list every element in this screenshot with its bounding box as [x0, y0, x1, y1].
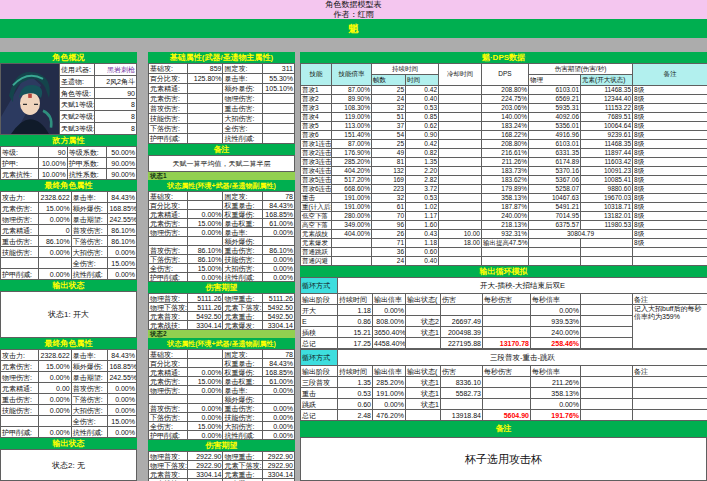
cell[interactable]: 元素重击: — [223, 470, 262, 479]
cell[interactable]: 211.26% — [531, 377, 581, 388]
cell[interactable]: 普攻3连击 — [301, 158, 332, 167]
cell[interactable]: 10091.23 — [581, 167, 633, 176]
cell[interactable] — [482, 257, 529, 266]
cell[interactable] — [439, 95, 482, 104]
cell[interactable]: 90 — [95, 87, 137, 99]
cell[interactable] — [441, 305, 483, 316]
cell[interactable]: 元素伤害: — [1, 203, 39, 214]
cell[interactable]: 抗性削减: — [223, 273, 262, 282]
cell[interactable] — [483, 399, 531, 410]
cell[interactable]: 元素重击: — [223, 312, 262, 321]
cell[interactable]: 26 — [372, 230, 406, 239]
cell[interactable]: 总记 — [301, 410, 338, 421]
cell[interactable]: 3304.14 — [262, 321, 294, 330]
cell[interactable]: 0.53 — [406, 194, 439, 203]
cell[interactable]: 普攻伤害: — [149, 104, 188, 114]
cell[interactable]: 元素下落攻: — [223, 303, 262, 312]
cell[interactable]: 8336.10 — [441, 377, 483, 388]
cell[interactable] — [439, 221, 482, 230]
cell[interactable]: 输出提高47.5% — [482, 239, 529, 248]
cell[interactable]: 191.76% — [531, 410, 581, 421]
cell[interactable]: 13170.78 — [483, 338, 531, 349]
cell[interactable]: 36 — [372, 248, 406, 257]
cell[interactable]: 78 — [262, 192, 294, 201]
cell[interactable]: 187.87% — [482, 203, 529, 212]
cell[interactable]: 15.00% — [108, 258, 137, 269]
cell[interactable]: 高空下落 — [301, 221, 332, 230]
cell[interactable]: 13182.01 — [581, 212, 633, 221]
cell[interactable]: 元素精通: — [149, 210, 188, 219]
cell[interactable]: 下落伤害: — [149, 255, 188, 264]
column-header-state[interactable]: 输出状态( — [406, 294, 441, 305]
cell[interactable]: 暴击期望: — [71, 214, 108, 225]
cell[interactable]: 10467.63 — [529, 194, 581, 203]
cell[interactable]: 0.60 — [406, 248, 439, 257]
cell[interactable]: 0.00% — [39, 394, 72, 405]
cell[interactable]: 1.02 — [406, 203, 439, 212]
cell[interactable]: 6174.89 — [529, 158, 581, 167]
cell[interactable]: 0.82 — [406, 149, 439, 158]
cell[interactable]: 普攻伤害: — [149, 246, 188, 255]
cell[interactable]: 0.40 — [406, 257, 439, 266]
cell[interactable]: 2.48 — [338, 410, 373, 421]
cell[interactable]: 0.00% — [108, 269, 137, 280]
cell[interactable]: 普攻6连击 — [301, 185, 332, 194]
cell[interactable]: 1.35 — [406, 158, 439, 167]
cell[interactable]: 179.89% — [482, 185, 529, 194]
cell[interactable]: 242.55% — [108, 214, 137, 225]
cell[interactable]: 下落伤害: — [149, 413, 188, 422]
cell[interactable]: 183.62% — [482, 176, 529, 185]
cell[interactable]: 权重暴击: — [223, 359, 262, 368]
cell[interactable]: 96 — [372, 221, 406, 230]
cell[interactable]: 8级 — [633, 140, 707, 149]
cell[interactable] — [188, 84, 223, 94]
cell[interactable]: 开大 — [301, 305, 338, 316]
cell[interactable] — [188, 192, 223, 201]
cell[interactable]: 5111.26 — [188, 294, 223, 303]
cell[interactable] — [633, 248, 707, 257]
cell[interactable] — [581, 248, 633, 257]
cell[interactable]: 百分比攻: — [149, 359, 188, 368]
cell[interactable]: 140.00% — [482, 113, 529, 122]
cell[interactable]: 168.85% — [262, 210, 294, 219]
cell[interactable]: 8级 — [633, 95, 707, 104]
cell[interactable]: 12344.40 — [581, 95, 633, 104]
cell[interactable]: 25 — [372, 140, 406, 149]
cell[interactable]: 0.00% — [262, 273, 294, 282]
cell[interactable]: 208.80% — [482, 140, 529, 149]
cell[interactable] — [483, 305, 531, 316]
cell[interactable]: 224.75% — [482, 95, 529, 104]
cell[interactable]: 859 — [188, 64, 223, 74]
cell[interactable]: 240.00% — [482, 212, 529, 221]
cell[interactable] — [483, 377, 531, 388]
cell[interactable]: 全伤害: — [149, 264, 188, 273]
cell[interactable]: 7014.95 — [529, 212, 581, 221]
cell[interactable]: 0.40 — [406, 95, 439, 104]
cell[interactable]: 天赋1等级: — [60, 99, 95, 111]
cell[interactable]: 普攻1 — [301, 86, 332, 95]
cell[interactable]: 3304.14 — [188, 470, 223, 479]
cell[interactable]: 668.60% — [332, 185, 372, 194]
column-header-damage[interactable]: 伤害 — [441, 294, 483, 305]
cell[interactable] — [439, 248, 482, 257]
cell[interactable]: 191.00% — [332, 203, 372, 212]
cell[interactable]: 32 — [372, 194, 406, 203]
column-header-dps[interactable]: 每秒伤害 — [483, 294, 531, 305]
cell[interactable]: 223 — [372, 185, 406, 194]
cell[interactable]: 11603.42 — [581, 158, 633, 167]
cell[interactable]: 物理下落攻: — [149, 461, 188, 470]
cell[interactable]: 抗性削减: — [71, 427, 108, 438]
cell[interactable]: 25 — [372, 86, 406, 95]
cell[interactable]: 0.00% — [39, 247, 72, 258]
goblet-note[interactable]: 杯子选用攻击杯 — [300, 437, 707, 481]
rotation-method-label[interactable]: 循环方式 — [301, 350, 338, 366]
cell[interactable]: 3.72 — [406, 185, 439, 194]
cell[interactable]: 4458.40% — [373, 338, 406, 349]
cell[interactable]: 黑岩刺枪 — [95, 64, 137, 76]
cell[interactable]: 5492.50 — [188, 312, 223, 321]
cell[interactable]: 普攻2 — [301, 95, 332, 104]
cell[interactable]: 0.00% — [39, 427, 72, 438]
cell[interactable] — [1, 258, 39, 269]
cell[interactable]: 技能伤害: — [223, 255, 262, 264]
cell[interactable]: 等级系数: — [67, 147, 106, 158]
